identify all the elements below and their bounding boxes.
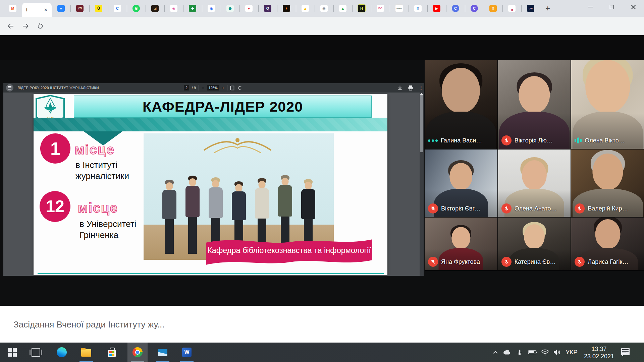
browser-tab[interactable]: ✶ [277,0,296,17]
pdf-scrollbar-thumb[interactable] [420,95,423,152]
pdf-viewport[interactable]: 1874 КАФЕДРА-ЛІДЕР 2020 1 місце в Інстит… [3,93,424,276]
browser-tab[interactable]: „ [502,0,521,17]
browser-tab[interactable]: ❀ [164,0,183,17]
browser-tab[interactable]: ✚ [183,0,202,17]
tray-chevron-button[interactable] [492,343,498,362]
browser-tab[interactable]: ▶ [427,0,446,17]
taskbar-mail[interactable] [153,343,173,362]
participant-name: Галина Васи… [441,137,482,144]
restore-button[interactable] [601,0,623,14]
reload-button[interactable] [36,21,45,31]
browser-tab[interactable]: ◢ [146,0,164,17]
drive-2-favicon: ▲ [339,5,346,12]
scroll-up-arrow[interactable] [420,93,423,95]
browser-tab[interactable]: ≋ [127,0,146,17]
pdf-document-title: ЛІДЕР РОКУ 2020 ІНСТИТУТ ЖУРНАЛІСТИКИ [17,86,99,90]
participant-tile[interactable]: Олена Вікто… [571,60,644,149]
browser-tab[interactable]: ⬟ [221,0,239,17]
pdf-zoom-out-button[interactable]: − [202,85,204,90]
browser-tab[interactable]: C [446,0,465,17]
browser-tab[interactable]: BG [371,0,390,17]
globe-blue-favicon: ◉ [208,5,215,12]
pdf-zoom-level[interactable]: 125% [207,85,219,90]
participant-hair [591,150,625,176]
photo-dark-favicon: ◢ [151,5,159,12]
taskbar-edge[interactable] [52,343,72,362]
microphone-tray-icon[interactable] [517,343,523,362]
browser-tab[interactable]: H [352,0,371,17]
browser-tab[interactable]: MONRO [390,0,409,17]
browser-tab-bar: MІ✕≡УПÜC≋◢❀✚◉⬟♥Q✶▲◉▲HBGMONROП▶CC⬆„DW+ [0,0,644,17]
divider [227,85,227,90]
participants-grid: Галина Васи…Вікторія Лю…Олена Вікто…Вікт… [425,60,644,271]
taskbar-word[interactable]: W [177,343,197,362]
browser-tab[interactable]: C [108,0,127,17]
browser-tab[interactable]: Ü [89,0,108,17]
pdf-more-icon[interactable]: ⋮ [419,85,424,91]
meet-active-tab[interactable]: І✕ [22,3,52,17]
taskbar-chrome[interactable] [127,343,148,362]
participant-tile[interactable]: Галина Васи… [425,60,497,149]
browser-tab[interactable]: П [409,0,427,17]
back-button[interactable] [6,21,15,31]
taskbar-store[interactable] [102,343,122,362]
pdf-fit-page-icon[interactable] [230,85,234,90]
pdf-page-total: / 9 [192,86,196,90]
wifi-tray-icon[interactable] [541,343,549,362]
volume-tray-icon[interactable] [553,343,561,362]
participant-tile[interactable]: Валерій Кир… [571,149,644,217]
pdf-page-input[interactable]: 2 [184,85,189,90]
participant-tile[interactable]: Олена Анато… [498,149,571,217]
monro-favicon: MONRO [395,4,403,12]
photo-person [183,177,202,255]
muted-mic-icon [575,257,585,267]
pdf-rotate-icon[interactable] [237,85,242,90]
pdf-scrollbar[interactable] [420,93,424,276]
participant-label: Вікторія Євг… [428,203,481,214]
browser-tab[interactable]: ⬆ [484,0,502,17]
pdf-print-icon[interactable] [408,85,413,90]
battery-tray-icon[interactable] [528,343,537,362]
browser-tab[interactable]: ◉ [202,0,221,17]
meeting-name[interactable]: Засідання Вченої ради Інституту жу... [13,306,165,343]
participant-tile[interactable]: Вікторія Євг… [425,149,497,217]
pdf-zoom-in-button[interactable]: + [222,85,225,90]
browser-tab[interactable]: ♥ [239,0,258,17]
minimize-button[interactable] [580,0,601,14]
photo-wall-ornament [201,133,274,156]
browser-tab[interactable]: УП [70,0,89,17]
youtube-favicon: ▶ [433,5,440,12]
new-tab-button[interactable]: + [540,0,555,17]
browser-tab[interactable]: ▲ [296,0,315,17]
action-center-button[interactable] [621,348,630,355]
browser-tab[interactable]: DW [521,0,540,17]
pdf-page-controls: 2 / 9 − 125% + [184,83,242,93]
participant-name: Вікторія Лю… [515,137,553,144]
emblem-favicon: ❀ [170,5,177,12]
browser-tab[interactable]: ◉ [315,0,333,17]
pdf-menu-button[interactable] [6,84,13,92]
participant-tile[interactable]: Лариса Гагік… [571,218,644,270]
task-view-button[interactable] [26,343,46,362]
start-button[interactable] [2,343,22,362]
forward-button[interactable] [21,21,30,31]
browser-tab[interactable]: M [3,0,22,17]
taskbar-clock[interactable]: 13:37 23.02.2021 [582,346,616,360]
participant-tile[interactable]: Катерина Єв… [498,218,571,270]
browser-tab[interactable]: ▲ [333,0,352,17]
browser-tab[interactable]: Q [258,0,277,17]
onedrive-tray-icon[interactable] [502,343,512,362]
participant-name: Валерій Кир… [588,205,628,212]
tab-close-icon[interactable]: ✕ [44,7,48,12]
participant-face [522,160,547,190]
participant-hair [583,60,633,93]
browser-tab[interactable]: C [465,0,484,17]
participant-tile[interactable]: Яна Фруктова [425,218,497,270]
taskbar-explorer[interactable] [76,343,96,362]
participant-tile[interactable]: Вікторія Лю… [498,60,571,149]
keyboard-language[interactable]: УКР [566,343,578,362]
close-button[interactable] [623,0,644,14]
pdf-download-icon[interactable] [397,85,402,90]
participant-name: Вікторія Євг… [441,205,481,212]
browser-tab[interactable]: ≡ [52,0,70,17]
